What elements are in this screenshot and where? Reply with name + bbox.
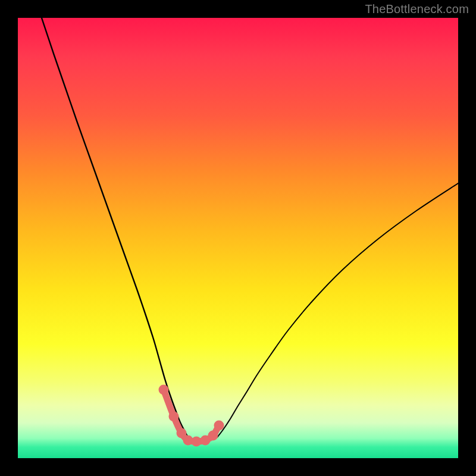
trough-marker-dot <box>192 437 202 447</box>
chart-stage: TheBottleneck.com <box>0 0 476 476</box>
plot-area <box>18 18 458 458</box>
trough-marker-dot <box>214 421 224 431</box>
left-curve-path <box>42 18 188 437</box>
watermark-text: TheBottleneck.com <box>365 2 469 16</box>
curve-overlay-svg <box>18 18 458 458</box>
right-curve-path <box>217 183 458 437</box>
trough-marker-dot <box>159 385 169 395</box>
trough-marker-dot <box>169 412 179 422</box>
trough-marker-dot <box>208 431 218 441</box>
